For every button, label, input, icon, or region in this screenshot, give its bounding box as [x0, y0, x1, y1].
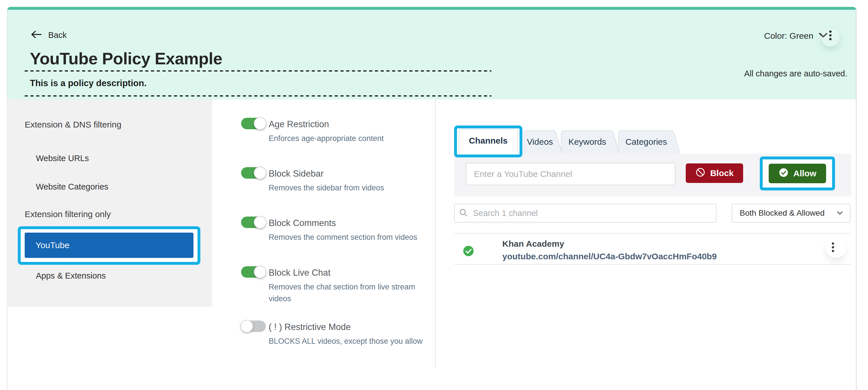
tab-keywords-label: Keywords: [561, 137, 614, 147]
toggle-description: Removes the comment section from videos: [269, 232, 441, 243]
toggle-label: Block Sidebar: [269, 169, 323, 179]
toggle-description: Removes the chat section from live strea…: [269, 281, 418, 305]
toggle-description: Enforces age-appropriate content: [269, 133, 441, 145]
toggle-knob: [254, 216, 267, 229]
description-divider: [25, 95, 491, 96]
toggle-knob: [254, 266, 267, 278]
block-button-label: Block: [710, 168, 734, 178]
tab-keywords[interactable]: Keywords: [561, 130, 620, 154]
toggle-label: Block Comments: [269, 218, 336, 228]
tab-categories-label: Categories: [618, 137, 674, 147]
channel-url: youtube.com/channel/UC4a-Gbdw7vOaccHmFo4…: [502, 251, 717, 261]
toggle-knob: [254, 167, 267, 179]
channel-search: [454, 204, 716, 222]
tab-channels[interactable]: Channels: [454, 125, 522, 156]
block-button[interactable]: Block: [686, 163, 743, 183]
sidebar-item-youtube-label: YouTube: [36, 233, 69, 258]
page-title: YouTube Policy Example: [30, 49, 222, 68]
row-menu-hover-ring: [826, 237, 846, 258]
sidebar-item-website-categories[interactable]: Website Categories: [36, 182, 108, 191]
color-select[interactable]: Color: Green: [764, 31, 828, 41]
channel-input[interactable]: [466, 163, 675, 185]
accent-top-bar: [7, 7, 856, 10]
sidebar-section-extension-dns: Extension & DNS filtering: [25, 119, 121, 130]
kebab-icon: [829, 30, 832, 33]
block-icon: [695, 167, 706, 179]
policy-card: Back YouTube Policy Example This is a po…: [7, 7, 857, 390]
sidebar: Extension & DNS filtering Website URLs W…: [8, 99, 212, 307]
tab-videos-label: Videos: [524, 137, 556, 147]
back-button[interactable]: Back: [30, 30, 67, 40]
toggle-label: ( ! ) Restrictive Mode: [269, 322, 351, 332]
sidebar-section-extension-only: Extension filtering only: [25, 209, 111, 219]
tab-videos[interactable]: Videos: [524, 130, 563, 154]
back-label: Back: [48, 30, 67, 40]
toggle-knob: [241, 320, 253, 333]
allow-icon: [778, 168, 789, 180]
tab-categories[interactable]: Categories: [618, 130, 681, 154]
toggle-row-block-live-chat: Block Live Chat Removes the chat section…: [240, 265, 441, 310]
sidebar-item-apps-extensions[interactable]: Apps & Extensions: [36, 271, 105, 280]
toggle-description: BLOCKS ALL videos, except those you allo…: [269, 335, 423, 347]
back-arrow-icon: [30, 30, 42, 40]
kebab-icon: [832, 242, 834, 245]
toggle-row-age-restriction: Age Restriction Enforces age-appropriate…: [240, 116, 441, 162]
color-select-value: Color: Green: [764, 31, 813, 41]
toggle-row-block-sidebar: Block Sidebar Removes the sidebar from v…: [240, 166, 441, 211]
toggle-row-block-comments: Block Comments Removes the comment secti…: [240, 215, 441, 261]
block-sidebar-toggle[interactable]: [241, 167, 266, 179]
header-menu-button[interactable]: [828, 30, 833, 40]
allow-button-label: Allow: [794, 169, 816, 178]
restrictive-mode-toggle[interactable]: [241, 321, 266, 332]
channel-name: Khan Academy: [502, 239, 564, 249]
age-restriction-toggle[interactable]: [241, 118, 266, 129]
sidebar-item-website-urls[interactable]: Website URLs: [36, 153, 89, 163]
search-icon: [459, 208, 468, 219]
toggle-label: Age Restriction: [269, 119, 329, 129]
block-live-chat-toggle[interactable]: [241, 266, 266, 278]
autosave-note: All changes are auto-saved.: [744, 69, 848, 79]
search-input[interactable]: [454, 204, 716, 222]
policy-editor-page: Back YouTube Policy Example This is a po…: [0, 0, 868, 390]
toggle-description: Removes the sidebar from videos: [269, 182, 441, 194]
toggle-knob: [254, 117, 267, 130]
policy-description[interactable]: This is a policy description.: [30, 78, 147, 88]
block-comments-toggle[interactable]: [241, 216, 266, 228]
toggle-label: Block Live Chat: [269, 268, 330, 278]
allow-button[interactable]: Allow: [769, 164, 826, 183]
allowed-status-icon: [463, 245, 474, 258]
title-divider: [25, 70, 491, 71]
toggle-row-restrictive-mode: ( ! ) Restrictive Mode BLOCKS ALL videos…: [240, 319, 441, 365]
channel-list-item: Khan Academy youtube.com/channel/UC4a-Gb…: [454, 233, 851, 265]
channel-row-menu-button[interactable]: [830, 242, 836, 252]
filter-select-value: Both Blocked & Allowed: [732, 209, 837, 218]
chevron-down-icon: [837, 211, 843, 215]
blocked-allowed-filter-select[interactable]: Both Blocked & Allowed: [732, 204, 850, 222]
